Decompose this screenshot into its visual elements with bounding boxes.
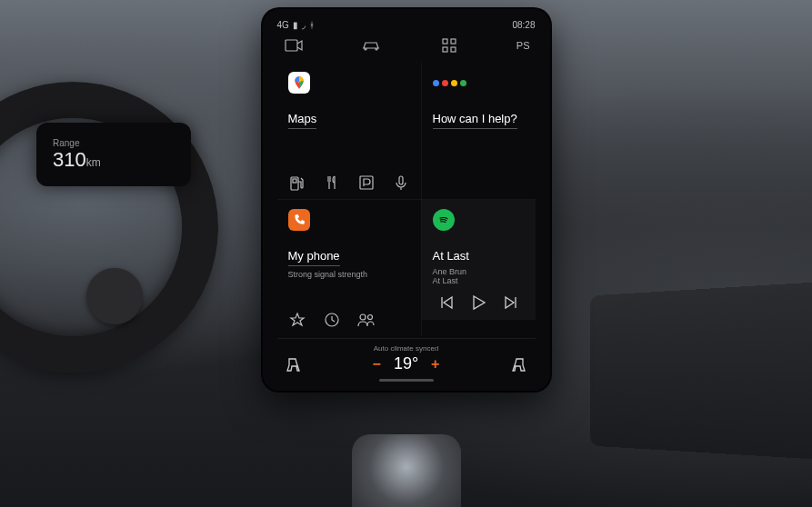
profile-button[interactable]: PS (516, 37, 530, 54)
maps-title: Maps (288, 112, 317, 129)
svg-rect-2 (451, 39, 456, 44)
signal-icon: ▮ (293, 20, 298, 30)
phone-title: My phone (288, 249, 340, 266)
network-label: 4G (277, 20, 289, 30)
phone-app-icon (288, 209, 310, 231)
gear-selector[interactable] (352, 434, 461, 507)
clock: 08:28 (512, 20, 535, 30)
skip-previous-icon[interactable] (436, 293, 456, 313)
media-tile[interactable]: At Last Ane Brun At Last (422, 200, 536, 337)
apps-grid-icon[interactable] (438, 37, 460, 54)
phone-tile[interactable]: My phone Strong signal strength (277, 200, 422, 337)
recents-icon[interactable] (323, 311, 341, 329)
svg-point-12 (367, 315, 372, 320)
track-artist: Ane Brun (433, 267, 525, 276)
svg-rect-8 (360, 176, 373, 189)
parking-icon[interactable] (357, 174, 376, 192)
svg-rect-0 (286, 40, 297, 51)
fuel-station-icon[interactable] (288, 174, 306, 192)
dashboard-panel (590, 281, 812, 461)
track-album: At Last (433, 276, 525, 285)
status-bar: 4G ▮ ◞ ᚼ 08:28 (277, 20, 536, 30)
svg-rect-9 (399, 176, 403, 184)
climate-label: Auto climate synced (374, 344, 439, 353)
temp-value[interactable]: 19° (394, 354, 418, 373)
track-title: At Last (433, 249, 469, 265)
assistant-title: How can I help? (433, 112, 517, 129)
play-icon[interactable] (468, 293, 488, 313)
skip-next-icon[interactable] (501, 293, 521, 313)
favorites-icon[interactable] (288, 311, 306, 329)
home-indicator[interactable] (379, 379, 434, 382)
nav-bar: PS (277, 35, 536, 63)
assistant-tile[interactable]: How can I help? (422, 63, 536, 200)
spotify-icon (433, 209, 455, 231)
infotainment-screen[interactable]: 4G ▮ ◞ ᚼ 08:28 PS Maps (263, 9, 550, 391)
wifi-icon: ◞ (302, 20, 306, 30)
maps-tile[interactable]: Maps (277, 63, 422, 200)
temp-down-button[interactable]: − (373, 356, 381, 373)
svg-rect-3 (443, 47, 447, 52)
home-grid: Maps How can I help? (277, 63, 536, 336)
phone-subtitle: Strong signal strength (288, 270, 410, 279)
steering-wheel-buttons[interactable] (86, 268, 143, 324)
restaurant-icon[interactable] (323, 174, 341, 192)
svg-rect-1 (443, 39, 447, 44)
seat-heat-right-icon[interactable] (511, 356, 527, 373)
instrument-cluster: Range 310km (36, 123, 191, 186)
google-assistant-icon (433, 72, 525, 94)
svg-rect-7 (293, 179, 296, 183)
svg-point-11 (360, 314, 366, 320)
svg-rect-4 (451, 47, 456, 52)
seat-heat-left-icon[interactable] (285, 356, 301, 373)
climate-bar: Auto climate synced − 19° + (277, 338, 536, 373)
car-icon[interactable] (360, 37, 382, 54)
range-value: 310km (53, 148, 191, 172)
range-label: Range (53, 138, 191, 148)
google-maps-icon (288, 72, 310, 94)
voice-search-icon[interactable] (392, 174, 410, 192)
contacts-icon[interactable] (357, 311, 376, 329)
temp-up-button[interactable]: + (431, 356, 439, 373)
camera-icon[interactable] (283, 37, 305, 54)
bluetooth-icon: ᚼ (309, 20, 315, 30)
